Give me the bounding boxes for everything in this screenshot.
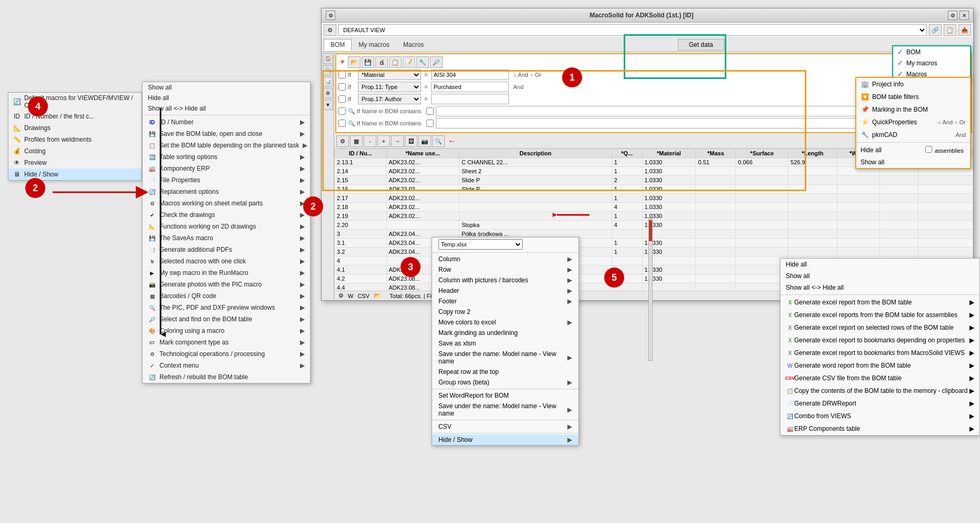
bom-tb-img[interactable]: 🖼 (405, 135, 417, 147)
rctx-gen-excel-sel[interactable]: X Generate excel report on selected rows… (781, 321, 979, 334)
table-row[interactable]: 2.16 ADK23.02... Slide P 1 1.0330 (335, 185, 973, 194)
lm-show-hide-all[interactable]: Show all <-> Hide all (143, 103, 310, 114)
ctx-csv[interactable]: CSV ▶ (432, 421, 578, 432)
scroll-thumb[interactable] (649, 220, 652, 241)
table-row[interactable]: 3.2 ADK23.04... Blenda 1 1 1.0330 (335, 248, 973, 256)
ctx-savexlsm[interactable]: Save as xlsm (432, 338, 578, 349)
lm-qr[interactable]: ▦ Barcodes / QR code ▶ (143, 290, 310, 302)
sb-profiles[interactable]: 📏 Profiles from weldments (8, 134, 142, 145)
sb-costing[interactable]: 💰 Costing (8, 145, 142, 157)
filter-name-check-1b[interactable] (426, 107, 434, 115)
bom-dd-bom[interactable]: ✓ BOM (893, 46, 970, 57)
lm-save-bom[interactable]: 💾 Save the BOM table, open and close ▶ (143, 128, 310, 140)
icon2[interactable]: 📋 (944, 24, 956, 36)
ctx-grouprows[interactable]: Group rows (beta) ▶ (432, 377, 578, 388)
tab-bom[interactable]: BOM (324, 39, 352, 51)
filter-prop-1[interactable]: *Material (358, 70, 421, 80)
filter-val-3[interactable] (431, 94, 509, 104)
filter-tb-4[interactable]: 📋 (389, 56, 402, 68)
sb-drawings[interactable]: 📐 Drawings (8, 122, 142, 134)
rp-bom-filters[interactable]: 🔽 BOM table filters (856, 91, 970, 103)
filter-name-check-2b[interactable] (426, 120, 434, 127)
vt-arrow[interactable]: ▼ (323, 100, 333, 110)
rctx-erp-table[interactable]: 🏭 ERP Components table ▶ (781, 422, 979, 435)
ctx-savemodel2[interactable]: Save under the name: Model name - View n… (432, 401, 578, 419)
temp-select[interactable]: Temp.xlsx (438, 239, 523, 250)
filter-name-check-1[interactable] (338, 107, 346, 115)
ctx-grinding[interactable]: Mark grinding as underlining (432, 328, 578, 338)
bom-folder-icon[interactable]: 📂 (374, 292, 381, 299)
sb-hide-show[interactable]: 🖥 Hide / Show (8, 169, 142, 180)
filter-check-3[interactable] (338, 95, 346, 103)
bom-tb-search[interactable]: 🔍 (432, 135, 445, 147)
ctx-col-pic[interactable]: Column with pictures / barcodes ▶ (432, 275, 578, 285)
filter-prop-3[interactable]: Prop.17: Author (358, 94, 421, 104)
bom-tb-camera[interactable]: 📷 (418, 135, 431, 147)
table-row[interactable]: 3.1 ADK23.04... Półka środkowa 1 1.0330 (335, 239, 973, 248)
assemblies-check[interactable] (925, 146, 932, 153)
rp-hide-all[interactable]: Hide all assemblies (856, 144, 970, 156)
ctx-wordreport[interactable]: Set WordReport for BOM (432, 390, 578, 401)
settings-icon[interactable]: ⚙ (324, 24, 336, 36)
ctx-hideshow[interactable]: Hide / Show ▶ (432, 435, 578, 445)
sb-id-number[interactable]: ID ID / Number / the first c... (8, 111, 142, 122)
lm-file-props[interactable]: 📄 File Properties ▶ (143, 174, 310, 186)
rctx-gen-csv[interactable]: CSV Generate CSV file from the BOM table… (781, 372, 979, 384)
ctx-movecolors[interactable]: Move colors to excel ▶ (432, 317, 578, 328)
vt-settings[interactable]: ⚙ (323, 88, 333, 98)
filter-tb-2[interactable]: 💾 (362, 56, 374, 68)
filter-tb-5[interactable]: 📝 (403, 56, 415, 68)
ctx-row[interactable]: Row ▶ (432, 264, 578, 275)
filter-tb-1[interactable]: 📂 (348, 56, 361, 68)
rctx-gen-excel[interactable]: X Generate excel report from the BOM tab… (781, 296, 979, 309)
vt-home[interactable]: 🏠 (323, 53, 333, 64)
rp-pkmcad[interactable]: 🔧 pkmCAD And (856, 129, 970, 141)
table-row[interactable]: 3 ADK23.04... Półka środkowa ... (335, 230, 973, 239)
lm-table-sort[interactable]: 🔤 Table sorting options ▶ (143, 151, 310, 163)
table-row[interactable]: 2.18 ADK23.02... 4 1.0330 (335, 203, 973, 212)
icon1[interactable]: 🔗 (929, 24, 942, 36)
rctx-gen-excel-asm[interactable]: X Generate excel reports from the BOM ta… (781, 309, 979, 321)
rctx-show-all[interactable]: Show all (781, 270, 979, 282)
filter-val-1[interactable] (431, 70, 509, 80)
ctx-header[interactable]: Header ▶ (432, 285, 578, 296)
lm-erp[interactable]: 🏭 Komponenty ERP ▶ (143, 163, 310, 174)
table-row[interactable]: 2.17 ADK23.02... 1 1.0330 (335, 194, 973, 203)
lm-tech[interactable]: ⚙ Technological operations / processing … (143, 348, 310, 360)
rctx-gen-word[interactable]: W Generate word report from the BOM tabl… (781, 359, 979, 372)
lm-color[interactable]: 🎨 Coloring using a macro ▶ (143, 325, 310, 337)
lm-pic[interactable]: 📸 Generate photos with the PIC macro ▶ (143, 279, 310, 290)
lm-refresh[interactable]: 🔄 Refresh / rebuild the BOM table (143, 371, 310, 383)
ctx-copyrow2[interactable]: Copy row 2 (432, 307, 578, 317)
minimize-btn[interactable]: ⚙ (948, 11, 957, 20)
bom-tb-minus[interactable]: - (364, 135, 376, 147)
lm-check-drawings[interactable]: ✔ Check the drawings ▶ (143, 209, 310, 221)
lm-saveas[interactable]: 💾 The SaveAs macro ▶ (143, 232, 310, 244)
lm-id[interactable]: ID ID / Number ▶ (143, 116, 310, 128)
lm-preview-win[interactable]: 🔍 The PIC, PDF and DXF preview windows ▶ (143, 302, 310, 313)
bom-csv-icon[interactable]: CSV (357, 293, 369, 299)
settings-btn[interactable]: ⚙ (326, 11, 335, 20)
bom-tb-settings[interactable]: ⚙ (336, 135, 349, 147)
bom-tb-plus[interactable]: + (377, 135, 390, 147)
lm-hide-all[interactable]: Hide all (143, 93, 310, 103)
bom-settings-icon[interactable]: ⚙ (338, 292, 344, 299)
rctx-hide-all[interactable]: Hide all (781, 259, 979, 270)
table-row[interactable]: 2.15 ADK23.02... Slide P 2 1.0330 (335, 176, 973, 185)
rctx-gen-excel-bm[interactable]: X Generate excel report to bookmarks dep… (781, 334, 979, 347)
rctx-copy-clipboard[interactable]: 📋 Copy the contents of the BOM table to … (781, 384, 979, 397)
close-btn[interactable]: ✕ (959, 11, 969, 20)
lm-macros-sheet[interactable]: ⚙ Macros working on sheet metal parts ▶ (143, 198, 310, 209)
lm-replace[interactable]: 🔄 Replacement options ▶ (143, 186, 310, 198)
ctx-column[interactable]: Column ▶ (432, 254, 578, 264)
tab-macros[interactable]: Macros (396, 39, 431, 51)
ctx-footer[interactable]: Footer ▶ (432, 296, 578, 307)
bom-dd-mymacros[interactable]: ✓ My macros (893, 57, 970, 68)
lm-2d[interactable]: 📐 Functions working on 2D drawings ▶ (143, 221, 310, 232)
rctx-showhideall[interactable]: Show all <-> Hide all (781, 282, 979, 293)
filter-name-check-2[interactable] (338, 120, 346, 127)
table-row[interactable]: 2.19 ADK23.02... 1 1.0330 (335, 212, 973, 221)
rctx-drwreport[interactable]: 📄 Generate DRWReport ▶ (781, 397, 979, 410)
sb-preview[interactable]: 👁 Preview (8, 157, 142, 169)
ctx-savemodel1[interactable]: Save under the name: Model name - View n… (432, 349, 578, 367)
